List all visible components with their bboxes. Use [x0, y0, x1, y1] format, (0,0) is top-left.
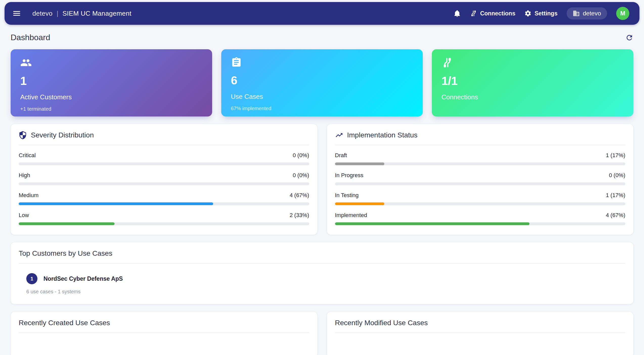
progress-track [19, 182, 309, 185]
refresh-icon [625, 34, 633, 42]
progress-track [335, 182, 626, 185]
recently-created-panel: Recently Created Use Cases [11, 312, 317, 355]
connections-value: 1/1 [441, 75, 624, 87]
tenant-name: detevo [583, 10, 601, 17]
use-cases-value: 6 [231, 75, 413, 86]
severity-row-critical: Critical 0 (0%) [19, 152, 309, 165]
metric-value: 2 (33%) [290, 212, 309, 219]
status-row-draft: Draft 1 (17%) [335, 152, 626, 165]
metric-label: Low [19, 212, 29, 219]
progress-track [335, 222, 626, 225]
active-customers-label: Active Customers [20, 93, 203, 101]
people-icon [20, 57, 203, 68]
distribution-panels: Severity Distribution Critical 0 (0%) Hi… [11, 124, 633, 235]
connections-nav-link[interactable]: Connections [470, 10, 515, 17]
implementation-panel-title: Implementation Status [347, 131, 418, 139]
progress-fill [335, 162, 384, 165]
progress-track [335, 202, 626, 205]
active-customers-value: 1 [20, 75, 203, 87]
progress-track [19, 162, 309, 165]
notifications-button[interactable] [453, 10, 461, 17]
metric-label: Medium [19, 192, 38, 199]
use-cases-label: Use Cases [231, 93, 413, 101]
rank-badge: 1 [26, 273, 37, 284]
implementation-status-panel: Implementation Status Draft 1 (17%) In P… [327, 124, 634, 235]
connections-label: Connections [441, 93, 624, 101]
clipboard-icon [231, 57, 413, 68]
progress-track [335, 162, 626, 165]
severity-distribution-panel: Severity Distribution Critical 0 (0%) Hi… [11, 124, 317, 235]
status-row-in-testing: In Testing 1 (17%) [335, 192, 626, 205]
stat-card-connections: 1/1 Connections [432, 49, 633, 116]
metric-value: 1 (17%) [606, 152, 625, 159]
user-avatar[interactable]: M [616, 7, 629, 20]
avatar-initial: M [620, 10, 625, 17]
status-row-implemented: Implemented 4 (67%) [335, 212, 626, 225]
trending-up-icon [335, 131, 343, 139]
active-customers-subtitle: +1 terminated [20, 106, 203, 112]
recent-panels-row: Recently Created Use Cases Recently Modi… [11, 312, 633, 355]
severity-row-medium: Medium 4 (67%) [19, 192, 309, 205]
metric-label: Implemented [335, 212, 367, 219]
recently-modified-title: Recently Modified Use Cases [335, 319, 626, 333]
metric-label: Critical [19, 152, 36, 159]
refresh-button[interactable] [625, 34, 633, 42]
tenant-badge[interactable]: detevo [567, 7, 607, 19]
metric-value: 4 (67%) [290, 192, 309, 199]
brand-separator: | [57, 10, 58, 17]
metric-value: 0 (0%) [609, 172, 625, 179]
metric-value: 1 (17%) [606, 192, 625, 199]
building-icon [573, 10, 580, 17]
metric-label: Draft [335, 152, 347, 159]
dashboard-page: Dashboard 1 Active Customers +1 terminat… [0, 33, 644, 355]
brand-title: detevo | SIEM UC Management [32, 10, 131, 17]
connections-label: Connections [480, 10, 515, 17]
customer-name: NordSec Cyber Defense ApS [43, 275, 123, 282]
stat-card-active-customers: 1 Active Customers +1 terminated [11, 49, 212, 116]
recently-modified-panel: Recently Modified Use Cases [327, 312, 634, 355]
metric-label: In Progress [335, 172, 364, 179]
app-title: SIEM UC Management [62, 10, 131, 17]
severity-row-low: Low 2 (33%) [19, 212, 309, 225]
progress-fill [19, 202, 213, 205]
metric-value: 0 (0%) [293, 172, 309, 179]
metric-value: 4 (67%) [606, 212, 625, 219]
page-title: Dashboard [11, 33, 50, 42]
severity-panel-title: Severity Distribution [31, 131, 94, 139]
connections-subtitle [441, 106, 624, 112]
progress-fill [19, 222, 115, 225]
progress-track [19, 202, 309, 205]
top-customers-title: Top Customers by Use Cases [19, 249, 625, 264]
customer-list-item[interactable]: 1 NordSec Cyber Defense ApS 6 use cases … [19, 273, 625, 295]
app-bar: detevo | SIEM UC Management Connections [5, 2, 639, 25]
progress-fill [335, 222, 529, 225]
recently-created-title: Recently Created Use Cases [19, 319, 309, 333]
settings-nav-link[interactable]: Settings [524, 10, 558, 17]
stat-cards-row: 1 Active Customers +1 terminated 6 Use C… [11, 49, 633, 116]
metric-value: 0 (0%) [293, 152, 309, 159]
bell-icon [453, 10, 461, 17]
stat-card-use-cases: 6 Use Cases 67% implemented [221, 49, 423, 116]
use-cases-subtitle: 67% implemented [231, 106, 413, 111]
menu-button[interactable] [12, 9, 21, 18]
severity-row-high: High 0 (0%) [19, 172, 309, 185]
metric-label: In Testing [335, 192, 359, 199]
cable-icon [441, 57, 624, 68]
metric-label: High [19, 172, 30, 179]
navbar-actions: Connections Settings detevo M [453, 7, 629, 20]
cable-icon [470, 10, 477, 17]
top-customers-panel: Top Customers by Use Cases 1 NordSec Cyb… [11, 242, 633, 304]
gear-icon [524, 10, 531, 17]
progress-fill [335, 202, 384, 205]
brand-name: detevo [32, 10, 53, 17]
settings-label: Settings [535, 10, 558, 17]
status-row-in-progress: In Progress 0 (0%) [335, 172, 626, 185]
shield-icon [19, 131, 27, 139]
progress-track [19, 222, 309, 225]
hamburger-icon [12, 9, 21, 18]
customer-details: 6 use cases - 1 systems [26, 289, 625, 295]
